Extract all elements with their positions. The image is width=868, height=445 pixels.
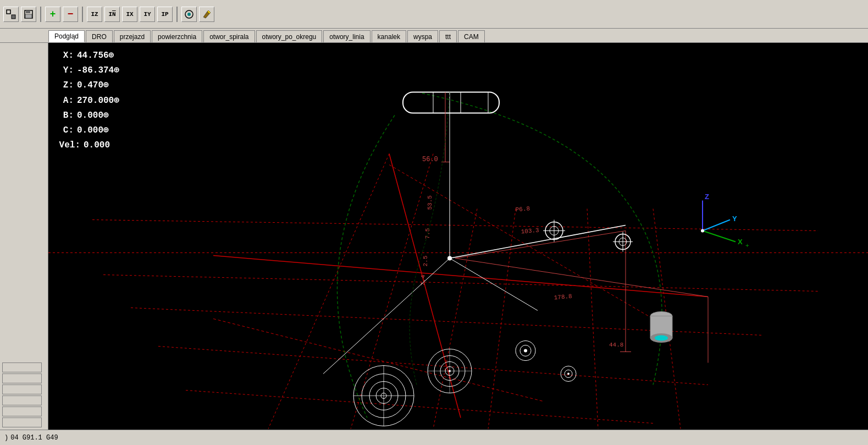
svg-text:2.5: 2.5 [422, 256, 429, 267]
main-area: X: 44.756⊕ Y: -86.374⊕ Z: 0.470⊕ A: 270.… [0, 43, 868, 430]
viewport[interactable]: X: 44.756⊕ Y: -86.374⊕ Z: 0.470⊕ A: 270.… [48, 43, 868, 430]
statusbar-right: 04 G91.1 G49 [10, 434, 58, 442]
save-tool-button[interactable] [21, 7, 36, 22]
dro-y-label: Y: [54, 63, 74, 78]
dro-b-value: 0.000⊕ [77, 108, 132, 123]
svg-point-80 [655, 336, 668, 341]
svg-rect-3 [26, 10, 30, 13]
sidebar-btn-2[interactable] [2, 373, 42, 383]
remove-tool-button[interactable]: − [63, 7, 78, 22]
dro-x-label: X: [54, 48, 74, 63]
dro-a-row: A: 270.000⊕ [54, 94, 139, 108]
dro-c-row: C: 0.000⊕ [54, 123, 139, 138]
iz-tool-button[interactable]: IZ [87, 7, 102, 22]
select-tool-button[interactable] [3, 7, 19, 22]
toolbar: + − IZ IN IX IY IP [0, 0, 868, 29]
tab-otwory-linia[interactable]: otwory_linia [323, 30, 370, 42]
add-tool-button[interactable]: + [45, 7, 60, 22]
svg-text:Z: Z [705, 193, 709, 201]
scene-svg: 56.0 53.5 7.5 2.5 7.4 P6.8 103.3 178.8 4… [48, 43, 868, 430]
dro-b-label: B: [54, 108, 74, 123]
edit-tool-button[interactable] [199, 7, 214, 22]
svg-text:53.5: 53.5 [427, 195, 433, 210]
svg-text:+: + [745, 243, 749, 249]
sidebar-btn-6[interactable] [2, 417, 42, 427]
svg-text:X: X [738, 238, 743, 246]
tab-cam[interactable]: CAM [458, 30, 485, 42]
tab-otwory-po-okregu[interactable]: otwory_po_okregu [256, 30, 323, 42]
toolbar-separator-2 [82, 7, 83, 22]
svg-rect-0 [7, 10, 10, 14]
iy-tool-button[interactable]: IY [140, 7, 155, 22]
dro-display: X: 44.756⊕ Y: -86.374⊕ Z: 0.470⊕ A: 270.… [54, 48, 139, 153]
statusbar: ) 04 G91.1 G49 [0, 430, 868, 445]
dro-z-value: 0.470⊕ [77, 78, 132, 93]
circle-tool-button[interactable] [181, 7, 197, 22]
toolbar-separator-3 [176, 7, 178, 22]
dro-vel-label: Vel: [54, 138, 80, 153]
tabs-row: Podgląd DRO przejazd powierzchnia otwor_… [0, 29, 868, 43]
sidebar-btn-1[interactable] [2, 362, 42, 372]
svg-text:P6.8: P6.8 [515, 205, 530, 213]
svg-rect-4 [25, 14, 32, 18]
ix-tool-button[interactable]: IX [122, 7, 137, 22]
tab-kanalek[interactable]: kanalek [372, 30, 406, 42]
sidebar-bottom-buttons [2, 362, 46, 427]
statusbar-left: ) [4, 434, 8, 442]
dro-c-value: 0.000⊕ [77, 123, 132, 138]
tab-otwor-spirala[interactable]: otwor_spirala [203, 30, 255, 42]
dro-y-row: Y: -86.374⊕ [54, 63, 139, 78]
svg-point-87 [701, 229, 704, 233]
dro-z-label: Z: [54, 78, 74, 93]
dro-a-value: 270.000⊕ [77, 94, 132, 108]
in-tool-button[interactable]: IN [104, 7, 120, 22]
dro-b-row: B: 0.000⊕ [54, 108, 139, 123]
tab-przejazd[interactable]: przejazd [114, 30, 151, 42]
svg-point-76 [567, 373, 570, 375]
sidebar [0, 43, 48, 430]
svg-point-73 [524, 349, 527, 353]
dro-vel-row: Vel: 0.000 [54, 138, 139, 153]
tab-ttt[interactable]: ttt [439, 30, 457, 42]
dro-vel-value: 0.000 [84, 138, 139, 153]
svg-text:44.8: 44.8 [609, 342, 623, 348]
toolbar-separator-1 [40, 7, 41, 22]
dro-a-label: A: [54, 94, 74, 108]
tab-dro[interactable]: DRO [86, 30, 113, 42]
dro-y-value: -86.374⊕ [77, 63, 132, 78]
ip-tool-button[interactable]: IP [157, 7, 173, 22]
svg-text:Y: Y [732, 215, 737, 223]
tab-wyspa[interactable]: wyspa [407, 30, 438, 42]
sidebar-btn-3[interactable] [2, 384, 42, 394]
dro-c-label: C: [54, 123, 74, 138]
svg-text:56.0: 56.0 [422, 156, 438, 163]
sidebar-btn-5[interactable] [2, 406, 42, 416]
svg-point-6 [187, 13, 191, 16]
sidebar-btn-4[interactable] [2, 395, 42, 405]
tab-podglad[interactable]: Podgląd [48, 30, 85, 42]
dro-z-row: Z: 0.470⊕ [54, 78, 139, 93]
dro-x-value: 44.756⊕ [77, 48, 132, 63]
svg-rect-1 [12, 15, 15, 19]
dro-x-row: X: 44.756⊕ [54, 48, 139, 63]
tab-powierzchnia[interactable]: powierzchnia [152, 30, 202, 42]
